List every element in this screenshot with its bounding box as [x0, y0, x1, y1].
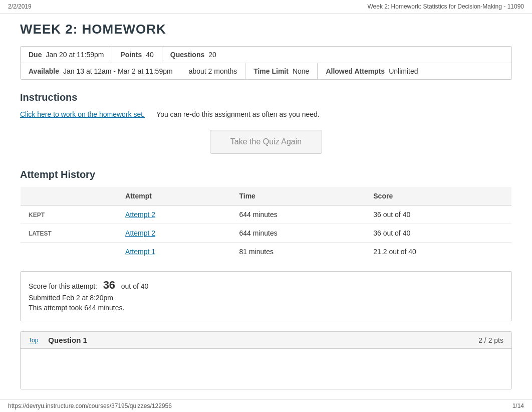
row-score: 36 out of 40 — [365, 224, 511, 243]
attempt-table-header: Attempt Time Score — [21, 187, 512, 205]
available-label: Available — [29, 67, 59, 75]
time-limit-value: None — [293, 67, 309, 75]
take-quiz-button[interactable]: Take the Quiz Again — [210, 130, 322, 154]
row-attempt[interactable]: Attempt 2 — [117, 205, 231, 224]
available-value: Jan 13 at 12am - Mar 2 at 11:59pm — [63, 67, 173, 75]
table-row: LATESTAttempt 2644 minutes36 out of 40 — [21, 224, 512, 243]
question-pts: 2 / 2 pts — [478, 336, 503, 344]
questions-cell: Questions 20 — [162, 47, 224, 63]
points-cell: Points 40 — [112, 47, 161, 63]
score-number: 36 — [103, 279, 115, 291]
score-total: out of 40 — [121, 282, 149, 290]
top-bar: 2/2/2019 Week 2: Homework: Statistics fo… — [0, 0, 532, 14]
breadcrumb: Week 2: Homework: Statistics for Decisio… — [367, 3, 524, 10]
row-label — [21, 243, 118, 261]
row-label: KEPT — [21, 205, 118, 224]
due-value: Jan 20 at 11:59pm — [46, 51, 104, 59]
questions-label: Questions — [170, 51, 204, 59]
attempt-history-section: Attempt History Attempt Time Score KEPTA… — [20, 169, 512, 261]
table-row: Attempt 181 minutes21.2 out of 40 — [21, 243, 512, 261]
date-label: 2/2/2019 — [8, 3, 32, 10]
points-label: Points — [120, 51, 142, 59]
allowed-attempts-label: Allowed Attempts — [326, 67, 385, 75]
homework-link[interactable]: Click here to work on the homework set. — [20, 110, 145, 118]
page-title: WEEK 2: HOMEWORK — [20, 22, 512, 37]
instructions-text: Click here to work on the homework set. … — [20, 109, 512, 120]
time-limit-cell: Time Limit None — [245, 63, 317, 79]
allowed-attempts-value: Unlimited — [389, 67, 418, 75]
question-header: Top Question 1 2 / 2 pts — [21, 332, 511, 349]
meta-row-2: Available Jan 13 at 12am - Mar 2 at 11:5… — [21, 63, 511, 79]
main-content: WEEK 2: HOMEWORK Due Jan 20 at 11:59pm P… — [0, 14, 532, 399]
question-body — [21, 349, 511, 389]
due-cell: Due Jan 20 at 11:59pm — [21, 47, 112, 63]
row-score: 36 out of 40 — [365, 205, 511, 224]
pagination: 1/14 — [512, 402, 524, 409]
row-time: 81 minutes — [231, 243, 365, 261]
col-time-header: Time — [231, 187, 365, 205]
row-score: 21.2 out of 40 — [365, 243, 511, 261]
row-label: LATEST — [21, 224, 118, 243]
row-time: 644 minutes — [231, 224, 365, 243]
quiz-button-container: Take the Quiz Again — [20, 130, 512, 154]
meta-table: Due Jan 20 at 11:59pm Points 40 Question… — [20, 46, 512, 80]
col-label-header — [21, 187, 118, 205]
due-label: Due — [29, 51, 42, 59]
status-bar: https://devryu.instructure.com/courses/3… — [0, 399, 532, 412]
table-row: KEPTAttempt 2644 minutes36 out of 40 — [21, 205, 512, 224]
instructions-heading: Instructions — [20, 92, 512, 103]
attempt-history-heading: Attempt History — [20, 169, 512, 180]
row-time: 644 minutes — [231, 205, 365, 224]
question-header-left: Top Question 1 — [29, 336, 87, 344]
allowed-attempts-cell: Allowed Attempts Unlimited — [317, 63, 426, 79]
available-note: about 2 months — [189, 67, 237, 75]
url-display: https://devryu.instructure.com/courses/3… — [8, 402, 172, 409]
meta-row-1: Due Jan 20 at 11:59pm Points 40 Question… — [21, 47, 511, 63]
score-label: Score for this attempt: — [29, 282, 97, 290]
row-attempt[interactable]: Attempt 2 — [117, 224, 231, 243]
instructions-section: Instructions Click here to work on the h… — [20, 92, 512, 120]
available-cell: Available Jan 13 at 12am - Mar 2 at 11:5… — [21, 63, 181, 79]
time-limit-label: Time Limit — [253, 67, 289, 75]
col-score-header: Score — [365, 187, 511, 205]
score-submitted: Submitted Feb 2 at 8:20pm — [29, 294, 503, 302]
questions-value: 20 — [208, 51, 216, 59]
attempt-table: Attempt Time Score KEPTAttempt 2644 minu… — [20, 186, 512, 261]
row-attempt[interactable]: Attempt 1 — [117, 243, 231, 261]
question-section: Top Question 1 2 / 2 pts — [20, 331, 512, 389]
available-note-cell: about 2 months — [181, 63, 245, 79]
score-summary: Score for this attempt: 36 out of 40 Sub… — [20, 271, 512, 321]
instructions-note: You can re-do this assignment as often a… — [156, 110, 320, 118]
score-duration: This attempt took 644 minutes. — [29, 304, 503, 312]
score-line: Score for this attempt: 36 out of 40 — [29, 279, 503, 292]
question-title: Question 1 — [48, 336, 87, 344]
col-attempt-header: Attempt — [117, 187, 231, 205]
points-value: 40 — [146, 51, 154, 59]
top-link[interactable]: Top — [29, 337, 38, 344]
